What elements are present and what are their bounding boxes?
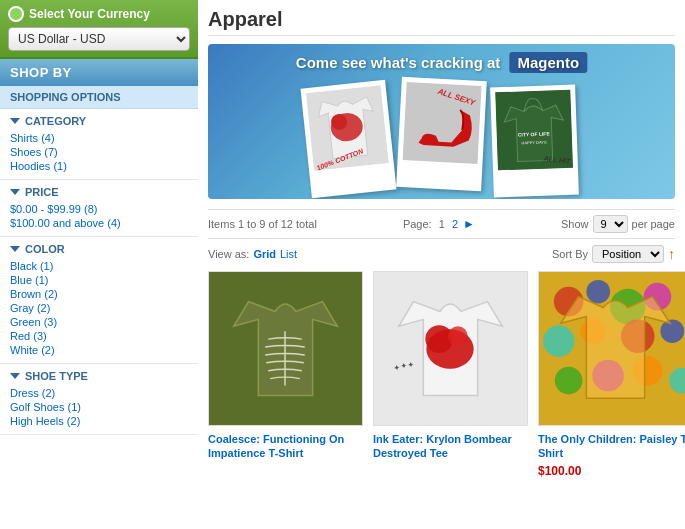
currency-select[interactable]: US Dollar - USD	[8, 27, 190, 51]
toolbar: Items 1 to 9 of 12 total Page: 1 2 ► Sho…	[208, 209, 675, 239]
show-label: Show	[561, 218, 589, 230]
page-current-label: 1	[439, 218, 445, 230]
sort-direction-arrow[interactable]: ↑	[668, 246, 675, 262]
per-page-select[interactable]: 9	[593, 215, 628, 233]
product-image-p3[interactable]	[538, 271, 685, 426]
polaroid-1: 100% COTTON	[300, 80, 396, 198]
filter-link-white[interactable]: White (2)	[10, 343, 188, 357]
product-image-p2[interactable]: ✦✦✦	[373, 271, 528, 426]
svg-point-23	[555, 367, 583, 395]
sort-controls: Sort By Position ↑	[552, 245, 675, 263]
view-grid-link[interactable]: Grid	[253, 248, 276, 260]
shopping-options-header: SHOPPING OPTIONS	[0, 86, 198, 109]
banner-text-before: Come see what's cracking at	[296, 54, 501, 71]
filter-link-brown[interactable]: Brown (2)	[10, 287, 188, 301]
arrow-icon	[10, 118, 20, 124]
filter-section-color: COLOR Black (1) Blue (1) Brown (2) Gray …	[0, 237, 198, 364]
polaroid-2: ALL SEXY	[396, 77, 487, 191]
svg-text:HAPPY DAYS: HAPPY DAYS	[521, 139, 547, 145]
svg-point-13	[448, 326, 468, 346]
pagination: Page: 1 2 ►	[403, 217, 475, 231]
filter-title-shoe-type: SHOE TYPE	[10, 370, 188, 382]
page-2-link[interactable]: 2	[452, 218, 458, 230]
view-list-link[interactable]: List	[280, 247, 297, 261]
arrow-icon	[10, 189, 20, 195]
svg-point-19	[543, 325, 575, 357]
next-page-arrow[interactable]: ►	[463, 217, 475, 231]
polaroid-3: CITY OF LIFE HAPPY DAYS ALL HIT	[490, 84, 579, 197]
product-name-p3: The Only Children: Paisley T-Shirt	[538, 432, 685, 461]
filter-section-price: PRICE $0.00 - $99.99 (8) $100.00 and abo…	[0, 180, 198, 237]
show-per-page: Show 9 per page	[561, 215, 675, 233]
filter-section-shoe-type: SHOE TYPE Dress (2) Golf Shoes (1) High …	[0, 364, 198, 435]
svg-point-16	[586, 280, 610, 304]
filter-title-price: PRICE	[10, 186, 188, 198]
filter-link-golf-shoes[interactable]: Golf Shoes (1)	[10, 400, 188, 414]
currency-widget: Select Your Currency US Dollar - USD	[0, 0, 198, 59]
page-label: Page:	[403, 218, 432, 230]
filter-link-blue[interactable]: Blue (1)	[10, 273, 188, 287]
svg-point-22	[660, 319, 684, 343]
product-item-3: The Only Children: Paisley T-Shirt $100.…	[538, 271, 685, 478]
arrow-icon	[10, 373, 20, 379]
view-toolbar: View as: Grid List Sort By Position ↑	[208, 245, 675, 263]
banner: Come see what's cracking at Magento 100%…	[208, 44, 675, 199]
product-item-1: Coalesce: Functioning On Impatience T-Sh…	[208, 271, 363, 478]
product-link-p3[interactable]: The Only Children: Paisley T-Shirt	[538, 432, 685, 461]
filter-link-price-low[interactable]: $0.00 - $99.99 (8)	[10, 202, 188, 216]
filter-link-red[interactable]: Red (3)	[10, 329, 188, 343]
filter-link-shoes[interactable]: Shoes (7)	[10, 145, 188, 159]
product-item-2: ✦✦✦ Ink Eater: Krylon Bombear Destroyed …	[373, 271, 528, 478]
items-info: Items 1 to 9 of 12 total	[208, 218, 317, 230]
sort-select[interactable]: Position	[592, 245, 664, 263]
arrow-icon	[10, 246, 20, 252]
product-grid: Coalesce: Functioning On Impatience T-Sh…	[208, 271, 675, 478]
page-title: Apparel	[208, 8, 675, 36]
view-as-controls: View as: Grid List	[208, 247, 297, 261]
filter-link-high-heels[interactable]: High Heels (2)	[10, 414, 188, 428]
product-image-p1[interactable]	[208, 271, 363, 426]
product-link-p2[interactable]: Ink Eater: Krylon Bombear Destroyed Tee	[373, 432, 528, 461]
product-name-p2: Ink Eater: Krylon Bombear Destroyed Tee	[373, 432, 528, 461]
product-price-p3: $100.00	[538, 464, 685, 478]
svg-text:CITY OF LIFE: CITY OF LIFE	[518, 130, 551, 137]
globe-icon	[8, 6, 24, 22]
banner-magento-highlight: Magento	[510, 52, 588, 73]
filter-link-price-high[interactable]: $100.00 and above (4)	[10, 216, 188, 230]
view-as-label: View as:	[208, 248, 249, 260]
filter-link-gray[interactable]: Gray (2)	[10, 301, 188, 315]
filter-link-green[interactable]: Green (3)	[10, 315, 188, 329]
filter-link-shirts[interactable]: Shirts (4)	[10, 131, 188, 145]
filter-link-dress[interactable]: Dress (2)	[10, 386, 188, 400]
product-name-p1: Coalesce: Functioning On Impatience T-Sh…	[208, 432, 363, 461]
filter-link-hoodies[interactable]: Hoodies (1)	[10, 159, 188, 173]
currency-title: Select Your Currency	[8, 6, 190, 22]
filter-title-color: COLOR	[10, 243, 188, 255]
sort-label: Sort By	[552, 248, 588, 260]
filter-section-category: CATEGORY Shirts (4) Shoes (7) Hoodies (1…	[0, 109, 198, 180]
per-page-label: per page	[632, 218, 675, 230]
filter-title-category: CATEGORY	[10, 115, 188, 127]
product-link-p1[interactable]: Coalesce: Functioning On Impatience T-Sh…	[208, 432, 363, 461]
shop-by-header: SHOP BY	[0, 59, 198, 86]
filter-link-black[interactable]: Black (1)	[10, 259, 188, 273]
